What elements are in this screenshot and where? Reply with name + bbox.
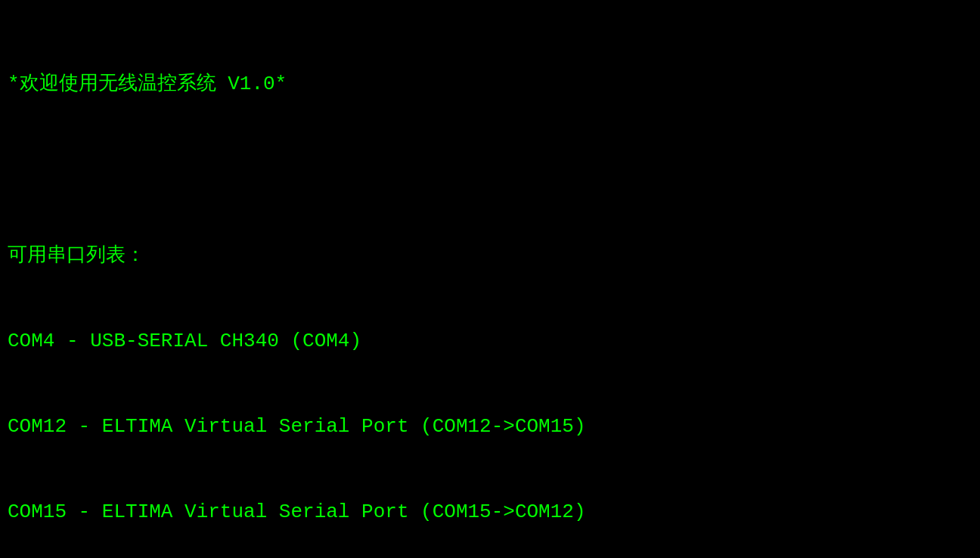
- title-line: *欢迎使用无线温控系统 V1.0*: [8, 70, 972, 99]
- available-ports-label: 可用串口列表：: [8, 242, 972, 271]
- com4-line: COM4 - USB-SERIAL CH340 (COM4): [8, 327, 972, 356]
- com12-line: COM12 - ELTIMA Virtual Serial Port (COM1…: [8, 413, 972, 442]
- terminal-window: *欢迎使用无线温控系统 V1.0* 可用串口列表： COM4 - USB-SER…: [8, 14, 972, 558]
- com15-line: COM15 - ELTIMA Virtual Serial Port (COM1…: [8, 498, 972, 527]
- empty-line-1: [8, 156, 972, 184]
